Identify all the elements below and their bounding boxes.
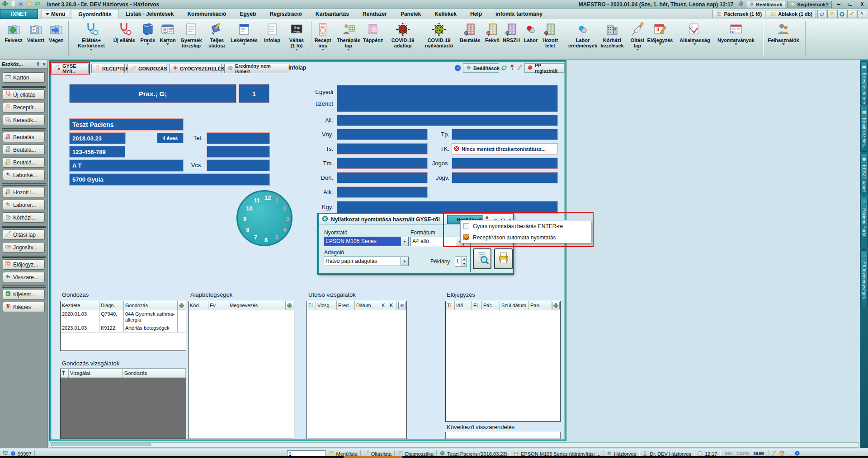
folder-go-icon[interactable] [18,0,24,8]
sidebar-btn-beutalás[interactable]: Beutalás [3,132,45,142]
ixnet-button[interactable]: IXNET [0,9,38,19]
printer-select[interactable]: EPSON M105 Series [324,237,409,246]
sidebar-btn-kórházi[interactable]: Kórházi... [3,212,45,223]
vny-field[interactable] [337,129,428,140]
ribbon-btn-teljes-státusz[interactable]: Teljesstátusz [205,20,229,57]
ribbon-btn-labor[interactable]: Labor [521,20,540,57]
tp-field[interactable] [452,129,558,140]
sidebar-btn-keresők[interactable]: Keresők... [3,115,45,125]
ribbon-btn-nrszh[interactable]: NRSZH [500,20,523,57]
menu-dropdown-button[interactable]: Menü [42,10,69,18]
ribbon-btn-táppénz[interactable]: Táppénz [360,20,386,57]
pencil-icon[interactable] [517,64,524,73]
menu-item-egyéb[interactable]: Egyéb [233,9,263,19]
dock-tab-értesítések-teendők[interactable]: Értesítések teendők [860,61,868,105]
ribbon-btn-előjegyzés[interactable]: 3 Előjegyzés [643,20,677,57]
column-header[interactable]: K [388,301,396,310]
sidebar-btn-visszare[interactable]: Visszare... [3,272,45,282]
initials-field[interactable]: A T [69,159,184,172]
column-header[interactable]: Ered... [337,301,355,310]
tab-infolap-active[interactable]: Infolap [288,65,306,71]
titlebar-help-button[interactable]: Segíthetünk? [787,1,832,8]
column-header[interactable]: Tí [307,301,316,310]
jogv-field[interactable] [452,172,558,183]
pin-icon[interactable] [509,64,516,73]
column-header[interactable]: T [61,369,69,378]
all-field[interactable] [337,115,558,126]
ribbon-btn-infolap[interactable]: Infolap [260,20,284,57]
tel-field-1[interactable] [207,132,270,144]
sidebar-btn-laborer[interactable]: Laborer... [3,200,45,210]
column-header[interactable]: Diagn... [99,301,124,310]
column-header[interactable]: El [472,301,482,310]
table-settings-button[interactable] [398,302,406,309]
sidebar-btn-új-ellátás[interactable]: Új ellátás [3,89,45,100]
doc-info-icon[interactable] [10,0,16,8]
horizontal-scrollbar[interactable] [50,442,859,448]
menu-item-help[interactable]: Help [463,9,489,19]
column-header[interactable]: Év [208,301,228,310]
refresh-icon[interactable] [500,64,508,73]
address-field[interactable]: 5700 Gyula [69,173,270,186]
ribbon-btn-váltás-1-fő[interactable]: Váltás(1 fő) [284,20,309,57]
xcircle-icon[interactable] [837,10,846,18]
praxis-count-field[interactable]: 1 [239,84,269,103]
next-recall-field[interactable] [445,432,561,439]
menu-item-infomix-tartomány[interactable]: infomIx tartomány [489,9,549,19]
dock-tab-pk-tevékenységek[interactable]: PK tevékenységek [860,250,868,307]
add-row-button[interactable] [178,302,185,309]
add-row-button[interactable] [552,302,560,309]
praxis-field[interactable]: Prax.; G; [69,84,236,103]
ribbon-btn-nyomtatványok[interactable]: Nyomtatványok [713,20,759,57]
ribbon-btn-hozott-lelet[interactable]: Hozottlelet [539,20,561,57]
refresh-icon[interactable] [34,0,41,8]
chevron-down-icon[interactable] [401,237,408,246]
column-header[interactable]: Vizsgálat [69,369,123,378]
ribbon-btn-lekérdezés[interactable]: Lekérdezés [226,20,262,57]
table-row[interactable]: 2023.01.03K9122,Artériás betegségek [61,324,186,332]
tk-warning-field[interactable]: Nincs mentett törzskarton/státusz... [452,143,558,154]
ribbon-btn-ellátás-kórtörténet[interactable]: Ellátás+Kórtörténet [71,20,112,57]
sidebar-btn-kilépés[interactable]: Kilépés [3,302,45,312]
dock-tab-páciens-portál[interactable]: Páciens Portál [860,197,868,248]
menu-yellow-icon[interactable] [26,0,33,8]
ribbon-btn-választ[interactable]: Választ [24,20,47,57]
pencil-icon[interactable] [847,10,856,18]
menu-item-panelek[interactable]: Panelek [394,9,428,19]
doh-field[interactable] [337,172,428,183]
alk-field[interactable] [337,187,428,198]
ribbon-btn-karton[interactable]: Karton [156,20,179,57]
egyedi-uzenet-field[interactable] [337,85,558,112]
tab-receptek[interactable]: RECEPTEK [91,64,125,73]
ribbon-btn-therápiás-lap[interactable]: Therápiáslap [334,20,363,57]
tab-eredmény-nem-ismert[interactable]: Eredmény nem ismert [224,64,289,73]
windows-button[interactable]: Ablakok (1 db) [767,10,816,18]
sidebar-btn-karton[interactable]: Karton [3,72,45,83]
copies-stepper[interactable]: 1 [455,257,467,266]
menu-item-regisztráció[interactable]: Regisztráció [263,9,308,19]
vcs-field[interactable] [207,159,270,171]
close-button[interactable]: X [857,1,867,8]
menu-item-karbantartás[interactable]: Karbantartás [309,9,356,19]
menu-item-rendszer[interactable]: Rendszer [356,9,394,19]
sidebar-btn-jogosítv[interactable]: Jogosítv... [3,242,45,252]
birth-date-field[interactable]: 2018.03.23 [69,132,126,144]
patient-name-field[interactable]: Teszt Paciens [69,118,184,131]
ribbon-btn-gyermek-törzslap[interactable]: Gyermektörzslap [178,20,205,57]
tel-field-2[interactable] [207,146,270,158]
restore-button[interactable] [845,1,855,8]
column-header[interactable]: K [380,301,388,310]
close-icon[interactable]: × [43,61,46,67]
ribbon-btn-felhasználók[interactable]: Felhasználók [764,20,802,57]
column-header[interactable]: Kód [189,301,208,310]
minimize-button[interactable] [834,1,844,8]
ribbon-btn-covid-19-adatlap[interactable]: COVID-19adatlap [388,20,418,57]
pin-icon[interactable]: ⊩ [37,61,41,66]
sidebar-btn-receptír[interactable]: Receptír... [3,102,45,112]
tab-gondozás[interactable]: GONDOZÁS [127,64,166,73]
dock-tab-email-kezelés[interactable]: Email kezelés... [860,107,868,152]
plus-green-icon[interactable] [2,0,8,8]
column-header[interactable]: Dátum [355,301,380,310]
sidebar-btn-laborké[interactable]: Laborké... [3,170,45,180]
feeder-select[interactable]: Hátsó papír adagolás [324,257,409,266]
